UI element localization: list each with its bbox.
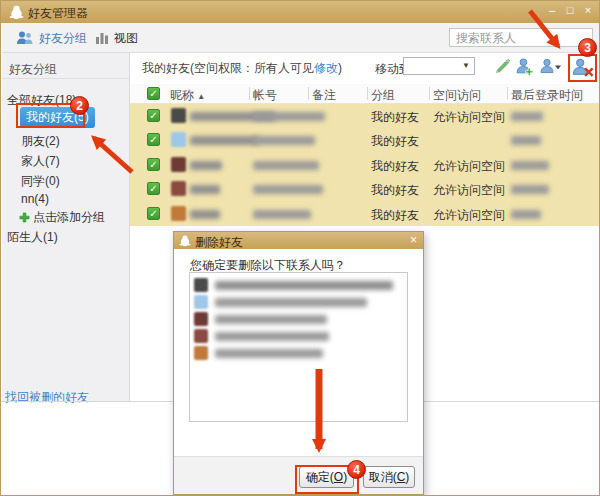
select-all-checkbox[interactable]: ✓ — [147, 87, 160, 100]
minimize-button[interactable]: – — [543, 2, 561, 19]
friend-manager-window: 好友管理器 – □ × 好友分组 视图 — [0, 0, 600, 496]
sort-asc-icon: ▲ — [197, 92, 205, 101]
people-icon — [16, 30, 34, 46]
row-checkbox[interactable]: ✓ — [147, 109, 160, 122]
column-header-nickname[interactable]: 昵称 ▲ — [170, 87, 205, 104]
avatar — [171, 181, 186, 196]
table-row[interactable]: ✓ 我的好友 允许访问空间 — [130, 104, 599, 128]
divider — [2, 78, 130, 79]
group-cell: 我的好友 — [371, 109, 419, 126]
avatar — [194, 329, 208, 343]
space-access-cell: 允许访问空间 — [433, 109, 505, 126]
recover-deleted-friends-link[interactable]: 找回被删的好友 — [5, 389, 89, 406]
person-plus-icon — [515, 57, 534, 76]
sidebar: 好友分组 全部好友(18) 我的好友(5) 朋友(2) 家人(7) 同学(0) … — [2, 53, 130, 401]
close-button[interactable]: × — [579, 2, 597, 19]
row-checkbox[interactable]: ✓ — [147, 182, 160, 195]
column-header-remark[interactable]: 备注 — [312, 87, 336, 104]
sidebar-item-my-friends[interactable]: 我的好友(5) — [20, 107, 95, 128]
column-header-group[interactable]: 分组 — [371, 87, 395, 104]
cancel-button[interactable]: 取消(C) — [363, 466, 415, 488]
blurred-nickname — [190, 136, 258, 145]
friend-groups-button[interactable]: 好友分组 — [16, 28, 87, 48]
blurred-contact — [215, 281, 393, 290]
dialog-contact-item — [190, 277, 407, 294]
qq-logo-icon — [9, 4, 24, 20]
maximize-button[interactable]: □ — [561, 2, 579, 19]
ok-access-key: O — [334, 470, 343, 484]
sidebar-item-add-group[interactable]: 点击添加分组 — [19, 209, 105, 226]
blurred-contact — [215, 332, 329, 341]
avatar — [171, 132, 186, 147]
table-header: ✓ 昵称 ▲ 帐号 备注 分组 空间访问 最后登录时间 — [130, 84, 599, 104]
sidebar-header: 好友分组 — [9, 61, 57, 78]
add-group-label: 点击添加分组 — [33, 209, 105, 226]
avatar — [194, 278, 208, 292]
delete-friend-dialog: 删除好友 × 您确定要删除以下联系人吗？ — [173, 231, 424, 495]
view-label: 视图 — [114, 30, 138, 47]
sidebar-item-family[interactable]: 家人(7) — [21, 153, 60, 170]
cancel-label: 取消( — [369, 470, 397, 484]
table-row[interactable]: ✓ 我的好友 — [130, 128, 599, 152]
search-input[interactable] — [449, 28, 593, 47]
divider — [249, 87, 250, 100]
space-access-cell: 允许访问空间 — [433, 207, 505, 224]
friend-options-button[interactable] — [539, 57, 563, 77]
blurred-last-login — [511, 112, 543, 121]
column-header-last-login[interactable]: 最后登录时间 — [511, 87, 583, 104]
ok-label: 确定( — [306, 470, 334, 484]
view-button[interactable]: 视图 — [95, 28, 138, 48]
modify-permission-link[interactable]: 修改 — [314, 61, 338, 75]
blurred-contact — [215, 315, 327, 324]
blurred-nickname — [190, 161, 222, 170]
blurred-account — [253, 136, 315, 145]
sidebar-item-nn[interactable]: nn(4) — [21, 192, 49, 206]
blurred-account — [253, 161, 319, 170]
group-cell: 我的好友 — [371, 207, 419, 224]
ok-label-suffix: ) — [343, 470, 347, 484]
avatar — [171, 108, 186, 123]
dialog-title-bar: 删除好友 × — [174, 232, 423, 249]
window-title: 好友管理器 — [28, 5, 88, 22]
dialog-contact-item — [190, 294, 407, 311]
nickname-label: 昵称 — [170, 88, 194, 102]
blurred-account — [253, 185, 323, 194]
sidebar-item-friends[interactable]: 朋友(2) — [21, 133, 60, 150]
divider — [308, 87, 309, 100]
space-access-cell: 允许访问空间 — [433, 182, 505, 199]
row-checkbox[interactable]: ✓ — [147, 133, 160, 146]
column-header-space-access[interactable]: 空间访问 — [433, 87, 481, 104]
blurred-last-login — [511, 161, 549, 170]
row-checkbox[interactable]: ✓ — [147, 207, 160, 220]
person-dropdown-icon — [539, 57, 563, 76]
table-row[interactable]: ✓ 我的好友 允许访问空间 — [130, 177, 599, 201]
row-checkbox[interactable]: ✓ — [147, 158, 160, 171]
avatar — [194, 312, 208, 326]
divider — [367, 87, 368, 100]
edit-remark-button[interactable] — [493, 57, 513, 77]
table-row[interactable]: ✓ 我的好友 允许访问空间 — [130, 153, 599, 177]
table-row[interactable]: ✓ 我的好友 允许访问空间 — [130, 202, 599, 226]
blurred-contact — [215, 349, 323, 358]
move-to-dropdown[interactable]: ▼ — [403, 57, 475, 75]
group-cell: 我的好友 — [371, 182, 419, 199]
divider — [429, 87, 430, 100]
blurred-last-login — [511, 185, 549, 194]
dialog-close-button[interactable]: × — [410, 233, 417, 247]
list-caption: 我的好友(空间权限：所有人可见修改) — [142, 60, 342, 77]
blurred-last-login — [511, 136, 541, 145]
column-header-account[interactable]: 帐号 — [253, 87, 277, 104]
avatar — [194, 295, 208, 309]
dialog-footer: 确定(O) 取消(C) — [174, 456, 423, 494]
delete-friend-button[interactable] — [571, 57, 595, 77]
add-friend-button[interactable] — [515, 57, 535, 77]
sidebar-item-classmates[interactable]: 同学(0) — [21, 173, 60, 190]
blurred-contact — [215, 298, 367, 307]
green-plus-icon — [19, 212, 30, 223]
bar-chart-icon — [95, 31, 109, 45]
avatar — [171, 206, 186, 221]
divider — [507, 87, 508, 100]
sidebar-item-strangers[interactable]: 陌生人(1) — [7, 229, 58, 246]
ok-button[interactable]: 确定(O) — [299, 466, 354, 488]
friend-table-body: ✓ 我的好友 允许访问空间 ✓ 我的好友 ✓ 我的好友 允许访问空间 — [130, 104, 599, 226]
